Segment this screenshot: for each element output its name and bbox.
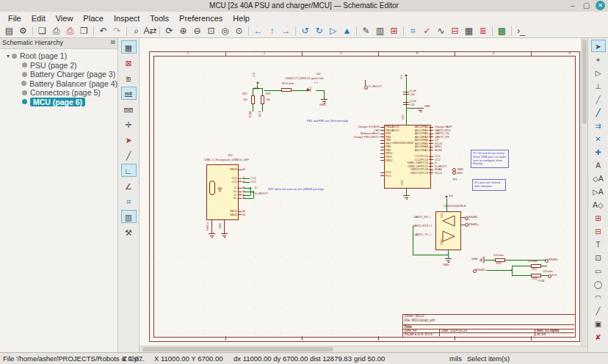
zoom-objects-icon[interactable]: ◎ bbox=[218, 25, 232, 37]
place-text-icon[interactable]: T bbox=[591, 238, 606, 250]
sheet-pin-icon[interactable]: A◇ bbox=[591, 198, 606, 211]
net-label-rs485-minus[interactable]: RS485- bbox=[549, 258, 559, 261]
gnd-label[interactable]: GND bbox=[471, 258, 478, 261]
undo-icon[interactable]: ↶ bbox=[96, 25, 110, 37]
erc-icon[interactable]: ✓ bbox=[420, 25, 434, 37]
units-mils-icon[interactable]: mil bbox=[121, 87, 137, 100]
minimize-button[interactable]: – bbox=[568, 1, 577, 10]
select-tool-icon[interactable]: ➤ bbox=[591, 40, 606, 52]
pullup-resistor-r31[interactable] bbox=[251, 95, 255, 104]
maximize-button[interactable]: ▢ bbox=[582, 1, 591, 10]
global-label-icon[interactable]: ◇A bbox=[591, 172, 606, 184]
schematic-setup-icon[interactable]: ⚙ bbox=[16, 25, 30, 37]
panel-close-icon[interactable]: ⊠ bbox=[110, 39, 115, 46]
properties-panel-icon[interactable]: ⚒ bbox=[121, 225, 137, 239]
resistor-value[interactable]: 10k bbox=[243, 99, 247, 102]
vertical-scrollbar-thumb[interactable] bbox=[582, 40, 587, 124]
led-symbol[interactable]: ▶▏ bbox=[307, 87, 314, 92]
line-icon[interactable]: ╱ bbox=[591, 304, 606, 316]
rs485-rail-label[interactable]: 3v3 bbox=[449, 195, 453, 198]
net-label-rs485-plus[interactable]: RS485+ bbox=[476, 269, 487, 272]
zoom-out-icon[interactable]: ⊖ bbox=[190, 25, 204, 37]
rotate-ccw-icon[interactable]: ↺ bbox=[298, 25, 312, 37]
mirror-v-icon[interactable]: ▲ bbox=[340, 25, 354, 37]
mirror-h-icon[interactable]: ▷ bbox=[326, 25, 340, 37]
horizontal-scrollbar[interactable] bbox=[140, 346, 587, 352]
hierarchy-item[interactable]: PSU (page 2) bbox=[0, 61, 117, 70]
fields-table-icon[interactable]: ▦ bbox=[462, 25, 476, 37]
delete-tool-icon[interactable]: ✘ bbox=[591, 330, 606, 343]
no-connect-icon[interactable]: ✕ bbox=[591, 132, 606, 145]
rs485-pin[interactable]: UART1-RTS 2 3 bbox=[388, 225, 433, 228]
place-power-port-icon[interactable]: ⊥ bbox=[591, 79, 606, 92]
net-label-dp[interactable]: D+/BOOT bbox=[255, 192, 268, 195]
draw-bus-icon[interactable]: ╱ bbox=[591, 106, 606, 118]
find-icon[interactable]: ⌕ bbox=[129, 25, 143, 37]
boot-net-label[interactable]: D+/BOOT bbox=[369, 85, 382, 88]
usb-part-name[interactable]: USB_C_Receptacle_USB2.0_16P bbox=[204, 159, 249, 161]
hierarchy-item[interactable]: Connectors (page 5) bbox=[0, 88, 117, 98]
net-label-icon[interactable]: A bbox=[591, 159, 606, 171]
net-label-sda0[interactable]: SDA0 bbox=[250, 111, 253, 117]
test-point[interactable]: SWC bbox=[452, 171, 463, 175]
vertical-scrollbar[interactable] bbox=[581, 38, 587, 346]
wire-hv-angle-icon[interactable]: ∟ bbox=[121, 164, 137, 177]
zoom-selection-icon[interactable]: ⊙ bbox=[232, 25, 246, 37]
simulator-icon[interactable]: ∿ bbox=[434, 25, 448, 37]
grid-visibility-icon[interactable]: ▦ bbox=[121, 40, 137, 54]
paste-icon[interactable]: ❒ bbox=[77, 25, 91, 37]
annotate-icon[interactable]: ⌗ bbox=[406, 25, 420, 37]
edit-symbols-icon[interactable]: ✎ bbox=[359, 25, 373, 37]
grid-override-icon[interactable]: ⊠ bbox=[121, 56, 137, 69]
crosshair-cursor-icon[interactable]: ✛ bbox=[121, 117, 137, 131]
zoom-fit-icon[interactable]: ⊡ bbox=[204, 25, 218, 37]
free-cursor-icon[interactable]: ➤ bbox=[121, 133, 137, 146]
junction-icon[interactable]: ✚ bbox=[591, 145, 606, 158]
hierarchy-item[interactable]: ▾ Root (page 1) bbox=[0, 51, 117, 61]
resistor-ref[interactable]: R31 bbox=[242, 93, 247, 96]
place-sheet-icon[interactable]: ⊞ bbox=[591, 211, 606, 224]
usb-pin[interactable]: SBU2 B8 bbox=[206, 214, 249, 216]
browse-libraries-icon[interactable]: ▥ bbox=[373, 25, 387, 37]
hierarchy-item[interactable]: Battery Charger (page 3) bbox=[0, 70, 117, 79]
net-label-scl0[interactable]: SCL0 bbox=[259, 111, 262, 117]
wire-45-angle-icon[interactable]: ∠ bbox=[121, 179, 137, 192]
hierarchy-item[interactable]: Battery Balancer (page 4) bbox=[0, 79, 117, 89]
hierarchical-label-icon[interactable]: ▷A bbox=[591, 185, 606, 197]
pcb-label[interactable]: PCB bbox=[538, 280, 544, 283]
menu-item[interactable]: Place bbox=[78, 13, 109, 23]
hierarchy-navigator-icon[interactable]: ▥ bbox=[121, 210, 137, 223]
rectangle-icon[interactable]: ▭ bbox=[591, 264, 606, 277]
net-label-cc2[interactable]: CC2 bbox=[250, 181, 256, 183]
page-settings-icon[interactable]: ❏ bbox=[35, 25, 49, 37]
close-button[interactable]: ✕ bbox=[596, 1, 605, 10]
usb-ref[interactable]: J10 bbox=[228, 154, 232, 157]
arc-icon[interactable]: ◠ bbox=[591, 291, 606, 303]
bus-entry-icon[interactable]: ⇉ bbox=[591, 119, 606, 131]
draw-wire-icon[interactable]: ╱ bbox=[591, 92, 606, 105]
rs485-pin[interactable]: UART1_RX 1 bbox=[388, 216, 433, 219]
redo-icon[interactable]: ↷ bbox=[110, 25, 124, 37]
usb-pin[interactable]: SBU1 A8 bbox=[206, 210, 249, 213]
print-icon[interactable]: ⎙ bbox=[49, 25, 63, 37]
capacitor-c36[interactable] bbox=[403, 92, 409, 95]
find-replace-icon[interactable]: A⇄ bbox=[143, 25, 157, 37]
annotate-auto-icon[interactable]: ⌗ bbox=[121, 194, 137, 208]
pullup-rail-label[interactable]: 3.3v bbox=[253, 72, 256, 77]
nav-back-icon[interactable]: ← bbox=[251, 25, 265, 37]
resistor-ref[interactable]: R29 bbox=[266, 93, 270, 96]
led-ref[interactable]: D4 bbox=[316, 73, 320, 76]
gnd-label[interactable]: GND bbox=[319, 103, 326, 106]
note-box-usb-pins[interactable]: PC 10 and 11 are tied to these USB pins,… bbox=[471, 150, 509, 168]
menu-item[interactable]: Preferences bbox=[174, 13, 228, 23]
place-symbol-icon[interactable]: ▷ bbox=[591, 66, 606, 79]
units-inches-icon[interactable]: in bbox=[121, 71, 137, 84]
rs485-pin[interactable]: UART1_TX 4 bbox=[388, 233, 433, 237]
menu-item[interactable]: Help bbox=[228, 13, 255, 23]
mcu-rail-label[interactable]: 3v3 bbox=[401, 75, 404, 79]
led-resistor-value[interactable]: 80.6 ohm bbox=[282, 82, 294, 85]
led-resistor[interactable] bbox=[281, 88, 292, 92]
horizontal-scrollbar-thumb[interactable] bbox=[142, 347, 333, 352]
net-label-rail[interactable]: 3.3v bbox=[551, 274, 557, 277]
edit-footprints-icon[interactable]: ⊞ bbox=[387, 25, 401, 37]
